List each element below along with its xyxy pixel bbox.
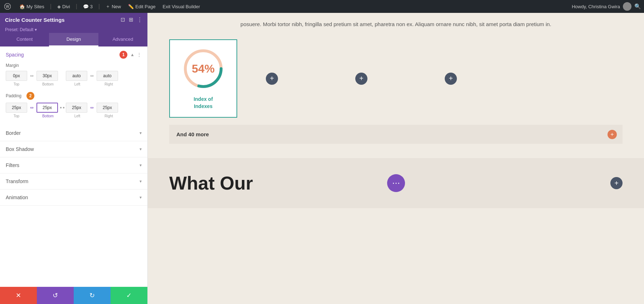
save-button[interactable]: ✓	[111, 287, 147, 304]
more-icon[interactable]: ⋮	[137, 16, 142, 23]
filters-section[interactable]: Filters ▾	[0, 157, 147, 173]
padding-bottom-group	[36, 103, 58, 113]
padding-left-input[interactable]	[66, 103, 87, 113]
edit-page-button[interactable]: ✏️ Edit Page	[127, 0, 157, 13]
transform-chevron: ▾	[140, 179, 142, 184]
padding-bottom-label: Bottom	[37, 114, 59, 118]
transform-section[interactable]: Transform ▾	[0, 173, 147, 190]
main-layout: Circle Counter Settings ⊡ ⊞ ⋮ Preset: De…	[0, 13, 644, 304]
padding-right-label: Right	[98, 114, 119, 118]
padding-top-input[interactable]	[6, 103, 27, 113]
tab-design[interactable]: Design	[49, 33, 98, 46]
panel-preset[interactable]: Preset: Default ▾	[0, 26, 147, 33]
user-greeting: Howdy, Christina Gwira	[572, 4, 620, 9]
spacing-collapse-icon[interactable]: ▲	[130, 52, 135, 57]
undo-button[interactable]: ↺	[37, 287, 74, 304]
panel-header: Circle Counter Settings ⊡ ⊞ ⋮	[0, 13, 147, 26]
redo-button[interactable]: ↻	[74, 287, 111, 304]
margin-top-label: Top	[6, 82, 27, 86]
svg-text:W: W	[6, 5, 9, 9]
padding-lr-link-icon[interactable]: ⇔	[89, 105, 94, 110]
margin-right-input[interactable]	[97, 71, 118, 81]
save-icon: ✓	[126, 291, 132, 299]
comments-menu[interactable]: 💬 3	[82, 0, 94, 13]
add-column-1-button[interactable]: +	[266, 73, 278, 85]
spacing-badge: 1	[119, 51, 127, 59]
padding-top-label: Top	[6, 114, 27, 118]
what-our-section: What Our ⋯ +	[148, 158, 644, 208]
filters-chevron: ▾	[140, 163, 142, 168]
spacing-options-icon[interactable]: ⋮	[137, 52, 142, 58]
margin-bottom-group	[36, 71, 58, 81]
counter-row: 54% Index ofIndexes + + +	[169, 39, 623, 118]
add-column-3-button[interactable]: +	[445, 73, 457, 85]
transform-title: Transform	[6, 178, 140, 184]
margin-top-input[interactable]	[6, 71, 27, 81]
intro-text: posuere. Morbi tortor nibh, fringilla se…	[169, 20, 623, 29]
divider-2: |	[76, 3, 77, 10]
box-shadow-chevron: ▾	[140, 147, 142, 152]
filters-title: Filters	[6, 162, 140, 168]
margin-top-group	[6, 71, 27, 81]
more-bar: And 40 more +	[169, 125, 623, 144]
comments-icon: 💬	[83, 4, 89, 9]
spacing-section-header: Spacing 1 ▲ ⋮	[6, 51, 142, 59]
redo-icon: ↻	[89, 291, 95, 299]
pencil-icon: ✏️	[128, 4, 134, 9]
padding-badge: 2	[26, 92, 34, 100]
margin-left-label: Left	[67, 82, 88, 86]
wp-logo[interactable]: W	[3, 0, 12, 13]
animation-title: Animation	[6, 195, 140, 200]
padding-left-group	[66, 103, 87, 113]
animation-section[interactable]: Animation ▾	[0, 190, 147, 206]
box-shadow-section[interactable]: Box Shadow ▾	[0, 141, 147, 157]
counter-card: 54% Index ofIndexes	[169, 39, 237, 118]
border-section[interactable]: Border ▾	[0, 125, 147, 141]
panel-title: Circle Counter Settings	[5, 17, 65, 23]
my-sites-menu[interactable]: 🏠 My Sites	[18, 0, 46, 13]
margin-bottom-input[interactable]	[36, 71, 58, 81]
margin-link-icon[interactable]: ⇔	[29, 73, 34, 78]
exit-builder-button[interactable]: Exit Visual Builder	[161, 0, 202, 13]
tab-content[interactable]: Content	[0, 33, 49, 46]
border-chevron: ▾	[140, 131, 142, 136]
canvas-content: posuere. Morbi tortor nibh, fringilla se…	[148, 13, 644, 158]
layout-icon[interactable]: ⊞	[129, 16, 133, 23]
padding-bottom-input[interactable]	[36, 103, 58, 113]
margin-left-input[interactable]	[66, 71, 87, 81]
padding-right-input[interactable]	[97, 103, 118, 113]
divider-1: |	[50, 3, 52, 10]
dot-menu-button[interactable]: ⋯	[387, 174, 405, 192]
what-our-title: What Our	[169, 173, 253, 193]
add-column-2-button[interactable]: +	[355, 73, 367, 85]
fullscreen-icon[interactable]: ⊡	[121, 16, 125, 23]
panel-header-icons: ⊡ ⊞ ⋮	[121, 16, 142, 23]
home-icon: 🏠	[19, 4, 25, 9]
padding-top-group	[6, 103, 27, 113]
add-section-button[interactable]: +	[610, 177, 623, 189]
search-icon[interactable]: 🔍	[634, 3, 641, 10]
divi-icon: ◈	[57, 4, 61, 9]
panel-tabs: Content Design Advanced	[0, 33, 147, 46]
margin-right-label: Right	[98, 82, 119, 86]
counter-label: Index ofIndexes	[194, 96, 213, 110]
box-shadow-title: Box Shadow	[6, 146, 140, 152]
margin-lr-link-icon[interactable]: ⇔	[89, 73, 94, 78]
new-button[interactable]: ＋ New	[104, 0, 122, 13]
top-bar-right: Howdy, Christina Gwira 🔍	[572, 2, 641, 11]
padding-left-label: Left	[67, 114, 88, 118]
padding-tb-link-icon[interactable]: ⇔	[29, 105, 34, 110]
margin-right-group	[97, 71, 118, 81]
cancel-icon: ✕	[16, 291, 21, 299]
more-bar-plus-button[interactable]: +	[608, 130, 617, 139]
panel-content: Spacing 1 ▲ ⋮ Margin ⇔	[0, 46, 147, 287]
cancel-button[interactable]: ✕	[0, 287, 37, 304]
circle-wrapper: 54%	[182, 47, 225, 90]
undo-icon: ↺	[53, 291, 58, 299]
left-panel: Circle Counter Settings ⊡ ⊞ ⋮ Preset: De…	[0, 13, 148, 304]
margin-label: Margin	[6, 63, 142, 68]
user-avatar	[623, 2, 631, 11]
padding-label: Padding	[6, 93, 21, 98]
tab-advanced[interactable]: Advanced	[98, 33, 147, 46]
divi-menu[interactable]: ◈ Divi	[56, 0, 72, 13]
